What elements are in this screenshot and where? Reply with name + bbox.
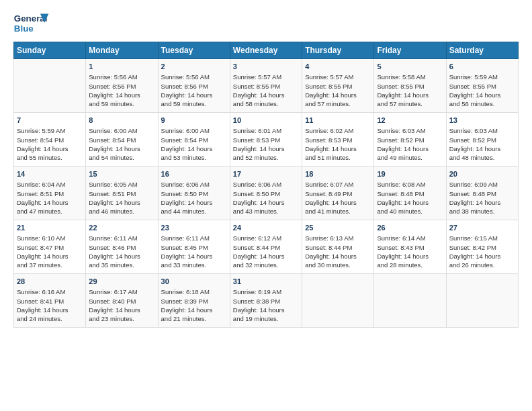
calendar-cell: 2Sunrise: 5:56 AMSunset: 8:56 PMDaylight…: [158, 59, 230, 113]
week-row-1: 1Sunrise: 5:56 AMSunset: 8:56 PMDaylight…: [14, 59, 519, 113]
cell-text: Daylight: 14 hours: [89, 91, 154, 99]
cell-text: and 59 minutes.: [89, 99, 154, 108]
cell-text: Sunset: 8:51 PM: [17, 189, 83, 198]
cell-text: and 51 minutes.: [305, 153, 371, 162]
cell-text: and 49 minutes.: [377, 153, 443, 162]
svg-text:Blue: Blue: [14, 24, 34, 34]
day-header-friday: Friday: [374, 42, 446, 59]
calendar-cell: 18Sunrise: 6:07 AMSunset: 8:49 PMDayligh…: [302, 167, 374, 220]
calendar-cell: 4Sunrise: 5:57 AMSunset: 8:55 PMDaylight…: [302, 59, 374, 113]
cell-text: and 59 minutes.: [161, 99, 227, 108]
day-number: 25: [305, 223, 371, 233]
cell-text: and 58 minutes.: [233, 99, 299, 108]
day-number: 18: [305, 169, 371, 179]
cell-text: Daylight: 14 hours: [161, 252, 227, 261]
cell-text: and 40 minutes.: [377, 207, 443, 216]
cell-text: Sunrise: 6:11 AM: [89, 234, 154, 242]
day-number: 19: [377, 169, 443, 179]
cell-text: Sunrise: 5:57 AM: [233, 73, 299, 81]
calendar-cell: 23Sunrise: 6:11 AMSunset: 8:45 PMDayligh…: [158, 220, 230, 274]
calendar-cell: 13Sunrise: 6:03 AMSunset: 8:52 PMDayligh…: [446, 113, 518, 167]
calendar-cell: 15Sunrise: 6:05 AMSunset: 8:51 PMDayligh…: [86, 167, 158, 220]
calendar-cell: 5Sunrise: 5:58 AMSunset: 8:55 PMDaylight…: [374, 59, 446, 113]
calendar-cell: 29Sunrise: 6:17 AMSunset: 8:40 PMDayligh…: [86, 274, 158, 328]
cell-text: Daylight: 14 hours: [233, 91, 299, 99]
day-number: 30: [161, 277, 227, 287]
day-number: 9: [161, 116, 227, 126]
cell-text: Sunrise: 6:00 AM: [161, 126, 227, 135]
cell-text: Daylight: 14 hours: [377, 198, 443, 207]
cell-text: Daylight: 14 hours: [377, 252, 443, 261]
cell-text: Daylight: 14 hours: [377, 91, 443, 99]
cell-text: Sunrise: 6:06 AM: [161, 180, 227, 189]
cell-text: Sunset: 8:41 PM: [17, 297, 83, 306]
cell-text: and 26 minutes.: [449, 261, 515, 269]
cell-text: Sunrise: 6:11 AM: [161, 234, 227, 242]
cell-text: Sunset: 8:51 PM: [89, 189, 154, 198]
cell-text: Sunrise: 6:07 AM: [305, 180, 371, 189]
day-number: 17: [233, 169, 299, 179]
cell-text: Sunset: 8:55 PM: [377, 82, 443, 91]
cell-text: Daylight: 14 hours: [449, 252, 515, 261]
day-number: 16: [161, 169, 227, 179]
cell-text: and 41 minutes.: [305, 207, 371, 216]
cell-text: Sunrise: 6:09 AM: [449, 180, 515, 189]
calendar-cell: 27Sunrise: 6:15 AMSunset: 8:42 PMDayligh…: [446, 220, 518, 274]
cell-text: and 44 minutes.: [161, 207, 227, 216]
calendar-cell: 9Sunrise: 6:00 AMSunset: 8:54 PMDaylight…: [158, 113, 230, 167]
cell-text: Sunset: 8:54 PM: [17, 136, 83, 144]
day-number: 7: [17, 116, 83, 126]
cell-text: Sunset: 8:52 PM: [377, 136, 443, 144]
cell-text: Daylight: 14 hours: [161, 91, 227, 99]
cell-text: Sunset: 8:47 PM: [17, 243, 83, 252]
cell-text: Sunset: 8:53 PM: [233, 136, 299, 144]
cell-text: Sunset: 8:46 PM: [89, 243, 154, 252]
cell-text: Sunrise: 6:16 AM: [17, 287, 83, 296]
day-header-wednesday: Wednesday: [230, 42, 302, 59]
cell-text: Sunset: 8:42 PM: [449, 243, 515, 252]
cell-text: and 55 minutes.: [17, 153, 83, 162]
cell-text: Sunrise: 6:18 AM: [161, 287, 227, 296]
day-number: 23: [161, 223, 227, 233]
cell-text: and 21 minutes.: [161, 314, 227, 323]
cell-text: Sunrise: 5:56 AM: [161, 73, 227, 81]
day-number: 24: [233, 223, 299, 233]
cell-text: Sunrise: 6:19 AM: [233, 287, 299, 296]
cell-text: Sunrise: 6:03 AM: [449, 126, 515, 135]
cell-text: Sunset: 8:55 PM: [305, 82, 371, 91]
cell-text: Daylight: 14 hours: [305, 144, 371, 153]
cell-text: and 52 minutes.: [233, 153, 299, 162]
day-number: 21: [17, 223, 83, 233]
day-header-saturday: Saturday: [446, 42, 518, 59]
cell-text: Daylight: 14 hours: [161, 144, 227, 153]
calendar-cell: 30Sunrise: 6:18 AMSunset: 8:39 PMDayligh…: [158, 274, 230, 328]
cell-text: and 54 minutes.: [89, 153, 154, 162]
cell-text: Sunset: 8:44 PM: [233, 243, 299, 252]
cell-text: Sunrise: 6:14 AM: [377, 234, 443, 242]
cell-text: Daylight: 14 hours: [233, 252, 299, 261]
week-row-4: 21Sunrise: 6:10 AMSunset: 8:47 PMDayligh…: [14, 220, 519, 274]
calendar-cell: 22Sunrise: 6:11 AMSunset: 8:46 PMDayligh…: [86, 220, 158, 274]
cell-text: Sunrise: 6:04 AM: [17, 180, 83, 189]
week-row-2: 7Sunrise: 5:59 AMSunset: 8:54 PMDaylight…: [14, 113, 519, 167]
header-row: SundayMondayTuesdayWednesdayThursdayFrid…: [14, 42, 519, 59]
cell-text: Sunset: 8:39 PM: [161, 297, 227, 306]
cell-text: and 30 minutes.: [305, 261, 371, 269]
day-number: 22: [89, 223, 154, 233]
cell-text: Daylight: 14 hours: [449, 198, 515, 207]
cell-text: Daylight: 14 hours: [377, 144, 443, 153]
cell-text: and 24 minutes.: [17, 314, 83, 323]
cell-text: Daylight: 14 hours: [233, 144, 299, 153]
cell-text: Sunset: 8:48 PM: [377, 189, 443, 198]
cell-text: Daylight: 14 hours: [305, 198, 371, 207]
week-row-5: 28Sunrise: 6:16 AMSunset: 8:41 PMDayligh…: [14, 274, 519, 328]
day-number: 2: [161, 62, 227, 72]
cell-text: Sunset: 8:50 PM: [161, 189, 227, 198]
cell-text: Daylight: 14 hours: [161, 198, 227, 207]
cell-text: Sunset: 8:55 PM: [449, 82, 515, 91]
cell-text: Sunrise: 6:01 AM: [233, 126, 299, 135]
day-header-sunday: Sunday: [14, 42, 86, 59]
day-number: 11: [305, 116, 371, 126]
cell-text: and 47 minutes.: [17, 207, 83, 216]
calendar-cell: 21Sunrise: 6:10 AMSunset: 8:47 PMDayligh…: [14, 220, 86, 274]
